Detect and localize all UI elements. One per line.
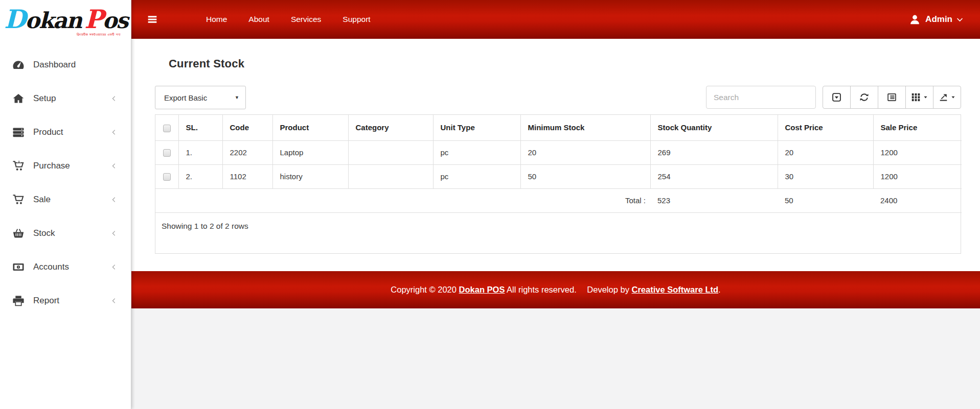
cell-cost_price: 20 [778, 140, 873, 164]
main-column: HomeAboutServicesSupport Admin Current S… [131, 0, 980, 409]
sidebar-item-setup[interactable]: Setup [0, 82, 131, 115]
table-row[interactable]: 1.2202Laptoppc20269201200 [155, 140, 962, 164]
cell-minimum_stock: 50 [520, 164, 650, 188]
logo-letter-p: P [84, 4, 103, 34]
table-summary: Showing 1 to 2 of 2 rows [155, 213, 961, 253]
nav-link-support[interactable]: Support [343, 15, 370, 24]
sidebar-item-report[interactable]: Report [0, 284, 131, 318]
angle-left-icon [110, 230, 118, 237]
cell-cost_price: 30 [778, 164, 873, 188]
menu-toggle-icon[interactable] [147, 14, 159, 25]
table-total-row: Total :523502400 [155, 188, 962, 212]
sidebar-menu: DashboardSetupProductPurchaseSaleStockAc… [0, 48, 131, 318]
export-type-select[interactable]: Export Basic [155, 86, 246, 109]
columns-grid-icon [911, 92, 921, 102]
footer-brand-link[interactable]: Dokan POS [459, 285, 505, 294]
column-header-sl-: SL. [178, 115, 222, 140]
admin-label: Admin [925, 14, 952, 25]
sidebar-item-label: Stock [33, 228, 55, 238]
angle-left-icon [110, 162, 118, 170]
table-row[interactable]: 2.1102historypc50254301200 [155, 164, 962, 188]
caret-down-icon [923, 95, 928, 100]
logo-text: DokanPos [4, 6, 126, 33]
list-view-icon [887, 92, 897, 102]
sidebar-item-accounts[interactable]: Accounts [0, 250, 131, 284]
logo-os: os [103, 8, 128, 33]
export-icon [939, 92, 948, 102]
chevron-down-icon [956, 16, 964, 23]
sidebar-item-label: Accounts [33, 262, 69, 272]
app-root: DokanPos ক্রিয়েটিভ সফটওয়্যারের একটি পণ… [0, 0, 980, 409]
column-header-code: Code [222, 115, 272, 140]
cell-sl: 2. [178, 164, 222, 188]
money-bill-icon [12, 261, 25, 273]
server-icon [12, 126, 25, 138]
cell-category [348, 140, 433, 164]
header-checkbox-cell [155, 115, 178, 140]
column-header-product: Product [272, 115, 348, 140]
cell-stock_quantity: 269 [650, 140, 778, 164]
stock-table: SL.CodeProductCategoryUnit TypeMinimum S… [155, 115, 962, 213]
nav-link-home[interactable]: Home [206, 15, 227, 24]
sidebar-item-label: Purchase [33, 161, 70, 171]
cell-code: 2202 [222, 140, 272, 164]
search-input[interactable] [706, 86, 816, 109]
stock-table-container: SL.CodeProductCategoryUnit TypeMinimum S… [155, 114, 961, 254]
cell-sl: 1. [178, 140, 222, 164]
row-checkbox[interactable] [163, 149, 171, 157]
row-checkbox-cell [155, 164, 178, 188]
select-all-checkbox[interactable] [163, 125, 171, 132]
sidebar-item-purchase[interactable]: Purchase [0, 149, 131, 183]
pagination-switch-button[interactable] [823, 86, 851, 109]
export-button[interactable] [933, 86, 961, 109]
home-icon [12, 92, 25, 105]
toggle-view-button[interactable] [878, 86, 906, 109]
table-header-row: SL.CodeProductCategoryUnit TypeMinimum S… [155, 115, 962, 140]
top-navbar: HomeAboutServicesSupport Admin [131, 0, 980, 39]
angle-left-icon [110, 196, 118, 203]
cell-category [348, 164, 433, 188]
footer: Copyright © 2020 Dokan POS All rights re… [131, 271, 980, 308]
refresh-button[interactable] [850, 86, 878, 109]
sidebar-item-label: Report [33, 296, 59, 306]
row-checkbox-cell [155, 140, 178, 164]
column-header-cost-price: Cost Price [778, 115, 873, 140]
sidebar-item-dashboard[interactable]: Dashboard [0, 48, 131, 82]
sidebar-item-product[interactable]: Product [0, 115, 131, 149]
nav-link-services[interactable]: Services [291, 15, 321, 24]
toolbar-right [706, 86, 961, 109]
tachometer-icon [12, 59, 25, 71]
sidebar-item-sale[interactable]: Sale [0, 183, 131, 216]
cell-minimum_stock: 20 [520, 140, 650, 164]
admin-menu[interactable]: Admin [909, 14, 964, 26]
angle-left-icon [110, 95, 118, 102]
total-stock-quantity: 523 [650, 188, 778, 212]
column-header-stock-quantity: Stock Quantity [650, 115, 778, 140]
sidebar-item-stock[interactable]: Stock [0, 216, 131, 250]
row-checkbox[interactable] [163, 173, 171, 181]
page-background [131, 308, 980, 409]
angle-left-icon [110, 297, 118, 304]
total-label: Total : [155, 188, 650, 212]
user-icon [909, 14, 921, 26]
cell-sale_price: 1200 [873, 164, 962, 188]
logo-letter-d: D [4, 4, 25, 34]
shopping-cart-icon [12, 194, 25, 206]
sidebar-item-label: Product [33, 127, 63, 137]
printer-icon [12, 295, 25, 307]
refresh-icon [859, 92, 869, 102]
app-logo[interactable]: DokanPos ক্রিয়েটিভ সফটওয়্যারের একটি পণ… [0, 0, 131, 42]
total-cost-price: 50 [778, 188, 873, 212]
footer-develop-by: Develop by [587, 285, 629, 294]
sidebar-item-label: Setup [33, 93, 56, 104]
logo-okan: okan [25, 8, 81, 33]
cell-sale_price: 1200 [873, 140, 962, 164]
cell-unit_type: pc [433, 140, 520, 164]
columns-button[interactable] [905, 86, 933, 109]
angle-left-icon [110, 129, 118, 136]
angle-left-icon [110, 263, 118, 271]
footer-rights: All rights reserved. [507, 285, 577, 294]
nav-link-about[interactable]: About [248, 15, 269, 24]
footer-developer-link[interactable]: Creative Software Ltd [631, 285, 718, 294]
footer-copyright: Copyright © 2020 [391, 285, 457, 294]
